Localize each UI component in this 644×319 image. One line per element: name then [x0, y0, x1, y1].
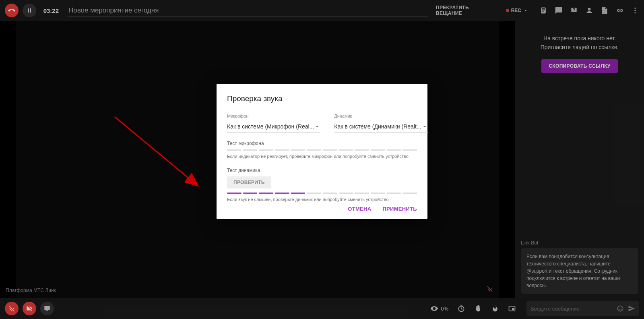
hangup-button[interactable] — [5, 4, 19, 17]
bottombar: 0% — [0, 298, 644, 319]
screen-icon — [43, 305, 51, 312]
zoom-control[interactable]: 0% — [428, 303, 451, 314]
pause-button[interactable] — [23, 4, 36, 17]
svg-point-0 — [634, 8, 636, 9]
timer-button[interactable] — [455, 303, 468, 314]
level-segment — [275, 149, 289, 151]
person-icon[interactable] — [585, 6, 593, 14]
speaker-level-bar — [227, 193, 417, 194]
level-segment — [371, 149, 385, 151]
level-segment — [259, 149, 273, 151]
level-segment — [291, 193, 305, 194]
call-timer: 03:22 — [43, 7, 59, 14]
chevron-down-icon — [523, 8, 528, 13]
mic-muted-indicator — [486, 285, 493, 294]
empty-meeting-message: На встрече пока никого нет. Пригласите л… — [515, 28, 644, 52]
level-segment — [227, 193, 242, 194]
pip-icon — [508, 304, 516, 313]
level-segment — [323, 149, 337, 151]
check-speaker-button[interactable]: ПРОВЕРИТЬ — [227, 176, 271, 188]
level-segment — [243, 193, 258, 194]
level-segment — [275, 193, 289, 194]
bot-area: Link Bot Если вам понадобится консультац… — [515, 240, 644, 298]
camera-toggle-button[interactable] — [23, 302, 36, 315]
mic-off-icon — [8, 305, 15, 312]
topbar-icons — [539, 6, 639, 14]
phone-hangup-icon — [8, 7, 15, 14]
svg-point-9 — [621, 308, 621, 309]
pause-icon — [26, 7, 33, 14]
timer-icon — [457, 304, 465, 313]
bot-message: Если вам понадобится консультация технич… — [521, 248, 638, 294]
record-label: REC — [511, 8, 521, 13]
level-segment — [227, 149, 242, 151]
apply-button[interactable]: ПРИМЕНИТЬ — [382, 206, 417, 212]
mic-label: Микрофон — [227, 114, 320, 118]
level-segment — [371, 193, 385, 194]
pip-button[interactable] — [506, 303, 518, 314]
empty-line-1: На встрече пока никого нет. — [525, 34, 634, 43]
raise-hand-button[interactable] — [472, 303, 485, 314]
screen-share-button[interactable] — [40, 302, 54, 315]
zoom-value: 0% — [441, 306, 448, 312]
event-title-input[interactable] — [68, 5, 428, 17]
chevron-down-icon — [421, 123, 428, 130]
mic-level-bar — [227, 149, 417, 151]
mic-off-icon — [486, 285, 493, 292]
document-icon[interactable] — [601, 6, 609, 14]
link-icon[interactable] — [616, 6, 624, 14]
svg-point-8 — [619, 308, 620, 309]
speaker-label: Динамик — [334, 114, 427, 118]
topbar: 03:22 ПРЕКРАТИТЬ ВЕЩАНИЕ REC — [0, 0, 644, 21]
speaker-value: Как в системе (Динамики (Realt... — [334, 123, 421, 130]
level-segment — [323, 193, 337, 194]
level-segment — [339, 193, 353, 194]
camera-off-icon — [26, 305, 33, 312]
emoji-icon[interactable] — [617, 305, 624, 312]
svg-point-1 — [634, 10, 636, 11]
fire-button[interactable] — [489, 303, 502, 314]
level-segment — [402, 149, 417, 151]
level-segment — [291, 149, 305, 151]
chat-input[interactable] — [530, 306, 617, 312]
mic-test-label: Тест микрофона — [227, 141, 417, 146]
chat-input-wrap — [526, 301, 639, 316]
cancel-button[interactable]: ОТМЕНА — [348, 206, 371, 212]
platform-watermark: Платформа МТС Линк — [6, 288, 56, 293]
svg-rect-6 — [512, 308, 514, 310]
mic-select[interactable]: Как в системе (Микрофон (Real... — [227, 121, 320, 133]
level-segment — [387, 149, 401, 151]
copy-link-button[interactable]: СКОПИРОВАТЬ ССЫЛКУ — [541, 59, 617, 73]
sidebar: На встрече пока никого нет. Пригласите л… — [515, 21, 644, 298]
more-vert-icon[interactable] — [631, 6, 639, 14]
level-segment — [355, 193, 369, 194]
level-segment — [307, 193, 321, 194]
level-segment — [387, 193, 401, 194]
mic-toggle-button[interactable] — [5, 302, 19, 315]
help-icon[interactable] — [570, 6, 578, 14]
record-dot-icon — [506, 9, 509, 12]
level-segment — [307, 149, 321, 151]
svg-point-2 — [634, 12, 636, 13]
fire-icon — [491, 304, 499, 313]
chevron-down-icon — [314, 123, 320, 130]
speaker-select[interactable]: Как в системе (Динамики (Realt... — [334, 121, 427, 133]
mic-value: Как в системе (Микрофон (Real... — [227, 123, 314, 130]
stop-broadcast-button[interactable]: ПРЕКРАТИТЬ ВЕЩАНИЕ — [436, 5, 496, 16]
record-dropdown[interactable]: REC — [506, 8, 528, 13]
modal-title: Проверка звука — [227, 94, 417, 103]
level-segment — [339, 149, 353, 151]
empty-line-2: Пригласите людей по ссылке. — [525, 43, 634, 52]
level-segment — [355, 149, 369, 151]
mic-hint: Если индикатор не реагирует, проверьте м… — [227, 154, 417, 159]
level-segment — [402, 193, 417, 194]
level-segment — [243, 149, 258, 151]
chat-icon[interactable] — [555, 6, 563, 14]
sound-check-modal: Проверка звука Микрофон Как в системе (М… — [217, 84, 427, 219]
speaker-test-label: Тест динамика — [227, 168, 417, 173]
svg-point-7 — [617, 306, 623, 311]
send-icon[interactable] — [628, 305, 635, 312]
notes-icon[interactable] — [539, 6, 547, 14]
hand-icon — [474, 304, 482, 313]
speaker-hint: Если звук не слышен, проверьте динамик и… — [227, 197, 417, 202]
